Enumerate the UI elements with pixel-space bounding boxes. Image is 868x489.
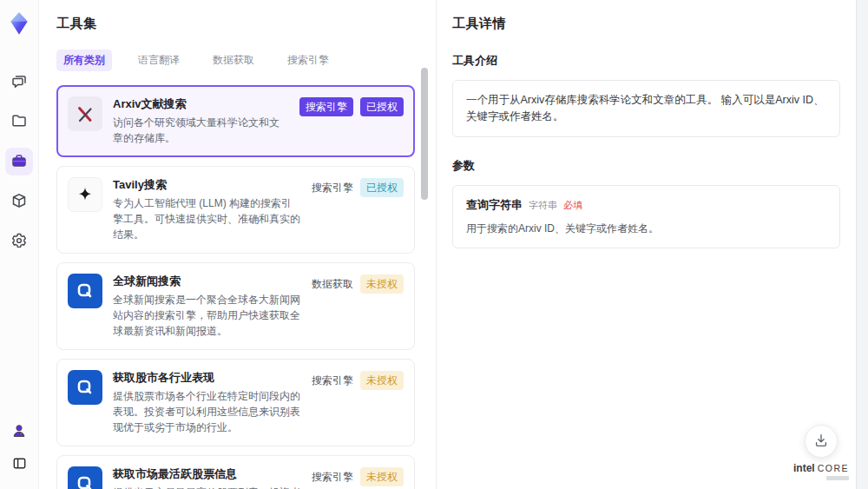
- category-badge: 搜索引擎: [312, 371, 353, 390]
- detail-title: 工具详情: [452, 16, 840, 32]
- auth-status-badge: 已授权: [360, 178, 404, 197]
- scrollbar-thumb[interactable]: [421, 68, 428, 200]
- intro-heading: 工具介绍: [452, 53, 840, 69]
- tool-card-tavily[interactable]: Tavily搜索 专为人工智能代理 (LLM) 构建的搜索引擎工具。可快速提供实…: [56, 166, 415, 254]
- download-button[interactable]: [805, 425, 838, 458]
- tool-card-global-news[interactable]: 全球新闻搜索 全球新闻搜索是一个聚合全球各大新闻网站内容的搜索引擎，帮助用户快速…: [56, 262, 415, 350]
- briefcase-icon: [10, 152, 28, 172]
- intel-logo-text: intel: [793, 463, 815, 473]
- page-title: 工具集: [56, 16, 415, 32]
- tool-badges: 搜索引擎 未授权: [312, 370, 404, 390]
- tool-description: 提供股票市场各个行业在特定时间段内的表现。投资者可以利用这些信息来识别表现优于或…: [113, 388, 301, 435]
- tool-name: 获取市场最活跃股票信息: [113, 466, 301, 482]
- tool-description: 提供当天交易量最高的股票列表，投资者可以利用这些信息来识别流动性强的股票和潜在的…: [113, 485, 301, 489]
- tool-description: 专为人工智能代理 (LLM) 构建的搜索引擎工具。可快速提供实时、准确和真实的结…: [113, 195, 301, 242]
- tool-badges: 数据获取 未授权: [312, 274, 404, 294]
- auth-status-badge: 未授权: [360, 274, 404, 294]
- intel-core-badge: intel CORE: [793, 463, 849, 480]
- download-icon: [813, 433, 829, 451]
- param-header: 查询字符串 字符串 必填: [466, 197, 826, 213]
- tool-text: Tavily搜索 专为人工智能代理 (LLM) 构建的搜索引擎工具。可快速提供实…: [113, 177, 301, 242]
- category-badge: 数据获取: [312, 274, 353, 294]
- chat-icon: [10, 72, 28, 92]
- q-blue-icon: [68, 466, 102, 489]
- rail-bottom: [5, 418, 33, 479]
- tool-list-panel: 工具集 所有类别 语言翻译 数据获取 搜索引擎 Arxiv文献搜索 访问各个研究…: [39, 0, 437, 489]
- auth-status-badge: 未授权: [360, 371, 404, 390]
- gear-icon: [10, 232, 28, 252]
- user-avatar-icon: [10, 422, 28, 442]
- chat-nav-button[interactable]: [5, 68, 33, 96]
- auth-status-badge: 已授权: [360, 97, 404, 116]
- category-tabs: 所有类别 语言翻译 数据获取 搜索引擎: [56, 50, 415, 71]
- tab-data-fetch[interactable]: 数据获取: [206, 50, 261, 71]
- tool-card-arxiv[interactable]: Arxiv文献搜索 访问各个研究领域大量科学论文和文章的存储库。 搜索引擎 已授…: [56, 85, 415, 157]
- intro-box: 一个用于从Arxiv存储库搜索科学论文和文章的工具。 输入可以是Arxiv ID…: [452, 80, 840, 137]
- app-logo-icon[interactable]: [4, 9, 34, 38]
- icon-rail: [0, 0, 39, 489]
- scrollbar-track[interactable]: [421, 61, 428, 478]
- rail-nav: [5, 68, 33, 255]
- tool-badges: 搜索引擎 已授权: [299, 96, 404, 116]
- q-blue-icon: [68, 370, 102, 405]
- tool-list: Arxiv文献搜索 访问各个研究领域大量科学论文和文章的存储库。 搜索引擎 已授…: [56, 85, 415, 489]
- tool-name: Tavily搜索: [113, 177, 301, 193]
- corner-widgets: intel CORE: [793, 425, 849, 480]
- tool-badges: 搜索引擎 未授权: [312, 466, 404, 486]
- category-badge: 搜索引擎: [312, 467, 353, 486]
- q-blue-icon: [68, 274, 102, 308]
- tool-description: 访问各个研究领域大量科学论文和文章的存储库。: [113, 115, 289, 146]
- cube-icon: [10, 192, 28, 212]
- category-badge: 搜索引擎: [299, 97, 353, 116]
- collapse-panel-icon: [11, 455, 28, 474]
- param-required-flag: 必填: [563, 199, 582, 212]
- tool-text: 获取股市各行业表现 提供股票市场各个行业在特定时间段内的表现。投资者可以利用这些…: [113, 370, 301, 435]
- intro-text: 一个用于从Arxiv存储库搜索科学论文和文章的工具。 输入可以是Arxiv ID…: [466, 92, 826, 125]
- category-badge: 搜索引擎: [312, 178, 353, 197]
- tool-text: 获取市场最活跃股票信息 提供当天交易量最高的股票列表，投资者可以利用这些信息来识…: [113, 466, 301, 489]
- param-name: 查询字符串: [466, 197, 523, 213]
- param-description: 用于搜索的Arxiv ID、关键字或作者姓名。: [466, 221, 826, 236]
- user-profile-button[interactable]: [5, 418, 33, 446]
- core-logo-text: CORE: [818, 463, 849, 473]
- tool-badges: 搜索引擎 已授权: [312, 177, 404, 197]
- intel-ultra-mark: [826, 476, 849, 480]
- tab-language-translation[interactable]: 语言翻译: [131, 50, 187, 71]
- param-box: 查询字符串 字符串 必填 用于搜索的Arxiv ID、关键字或作者姓名。: [452, 185, 840, 248]
- tool-text: Arxiv文献搜索 访问各个研究领域大量科学论文和文章的存储库。: [113, 96, 289, 146]
- plugins-nav-button[interactable]: [5, 188, 33, 215]
- tool-card-most-active-stocks[interactable]: 获取市场最活跃股票信息 提供当天交易量最高的股票列表，投资者可以利用这些信息来识…: [56, 455, 415, 489]
- tool-description: 全球新闻搜索是一个聚合全球各大新闻网站内容的搜索引擎，帮助用户快速获取全球最新资…: [113, 292, 301, 339]
- arxiv-logo-icon: [68, 96, 102, 131]
- params-heading: 参数: [452, 158, 840, 174]
- tool-name: 全球新闻搜索: [113, 274, 301, 289]
- param-type: 字符串: [529, 199, 557, 212]
- app-window: 工具集 所有类别 语言翻译 数据获取 搜索引擎 Arxiv文献搜索 访问各个研究…: [0, 0, 868, 489]
- settings-nav-button[interactable]: [5, 228, 33, 255]
- tools-nav-button[interactable]: [5, 148, 33, 175]
- collapse-sidebar-button[interactable]: [5, 451, 33, 479]
- tab-all-categories[interactable]: 所有类别: [56, 50, 112, 71]
- tool-name: Arxiv文献搜索: [113, 96, 289, 112]
- tab-search-engine[interactable]: 搜索引擎: [280, 50, 336, 71]
- tool-text: 全球新闻搜索 全球新闻搜索是一个聚合全球各大新闻网站内容的搜索引擎，帮助用户快速…: [113, 274, 301, 339]
- auth-status-badge: 未授权: [360, 467, 404, 486]
- tool-card-sector-performance[interactable]: 获取股市各行业表现 提供股票市场各个行业在特定时间段内的表现。投资者可以利用这些…: [56, 359, 415, 446]
- tool-name: 获取股市各行业表现: [113, 370, 301, 386]
- files-nav-button[interactable]: [5, 108, 33, 135]
- tavily-star-icon: [68, 177, 102, 212]
- window-edge: [856, 0, 868, 489]
- folder-icon: [10, 112, 28, 132]
- tool-detail-panel: 工具详情 工具介绍 一个用于从Arxiv存储库搜索科学论文和文章的工具。 输入可…: [437, 0, 856, 489]
